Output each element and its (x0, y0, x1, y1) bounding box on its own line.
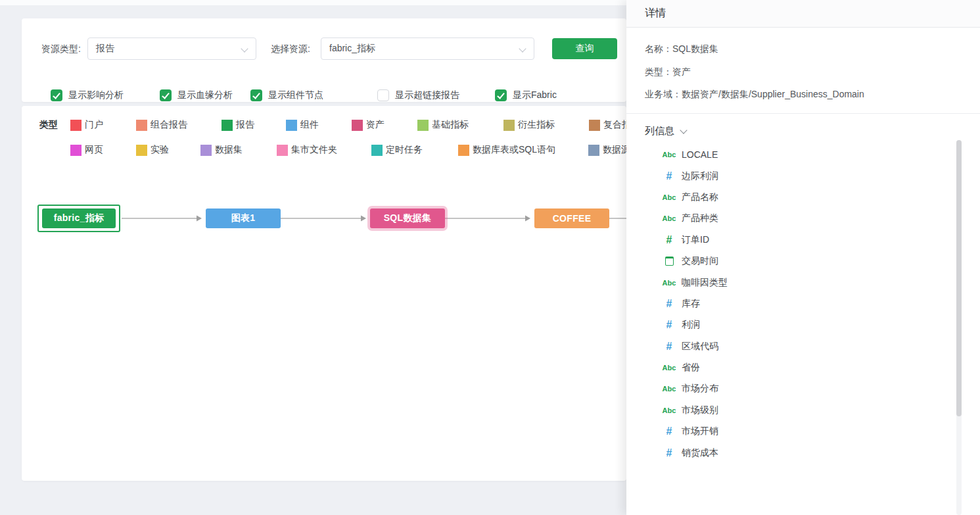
legend-label: 组件 (300, 119, 319, 131)
column-list-item: 交易时间 (659, 251, 948, 272)
legend-color-swatch (589, 120, 600, 131)
chevron-down-icon (680, 126, 687, 134)
legend-label: 报告 (236, 119, 254, 131)
legend-color-swatch (417, 120, 429, 131)
legend-label: 组合报告 (151, 119, 187, 131)
column-list-item: # 库存 (659, 293, 948, 314)
graph-node-fabric-indicator[interactable]: fabric_指标 (42, 208, 116, 228)
resource-type-label: 资源类型: (41, 37, 81, 60)
legend-label: 集市文件夹 (291, 144, 337, 156)
column-name: 交易时间 (682, 255, 718, 267)
column-type-icon: # (659, 426, 679, 437)
domain-label: 业务域： (645, 89, 682, 99)
checkbox-icon (160, 89, 172, 101)
checkbox-icon (250, 89, 262, 101)
graph-node-chart1[interactable]: 图表1 (206, 208, 281, 228)
legend-label: 数据集 (215, 144, 243, 156)
legend-row-1: 门户 组合报告 报告 组件 资产 (22, 119, 626, 131)
detail-domain-row: 业务域：数据资产/数据集/Supplier_Business_Domain (645, 89, 864, 102)
column-list-item: # 边际利润 (659, 165, 948, 186)
column-list-item: # 利润 (659, 314, 948, 335)
checkbox-label: 显示影响分析 (68, 89, 124, 101)
legend-color-swatch (458, 145, 469, 156)
legend-label: 网页 (85, 144, 103, 156)
column-type-icon: # (659, 447, 679, 459)
column-list-item: Abc LOCALE (659, 144, 948, 165)
checkbox-icon (377, 89, 389, 101)
scrollbar-track[interactable] (956, 140, 962, 515)
legend-color-swatch (503, 120, 515, 131)
column-list-item: # 销货成本 (659, 442, 948, 463)
query-button[interactable]: 查询 (552, 38, 617, 59)
legend-color-swatch (371, 145, 383, 156)
legend-item: 组件 (286, 119, 319, 131)
legend-item: 门户 (70, 119, 103, 131)
resource-type-select[interactable]: 报告 (87, 37, 256, 60)
column-list: Abc LOCALE # 边际利润 Abc 产品名称 Abc 产品种类 (659, 144, 948, 464)
column-type-icon: Abc (659, 214, 679, 222)
checkbox-icon (51, 89, 62, 101)
detail-title: 详情 (645, 7, 666, 20)
legend-row-2: 网页 实验 数据集 集市文件夹 (22, 144, 626, 156)
checkbox-label: 显示Fabric (513, 89, 557, 101)
legend-color-swatch (200, 145, 212, 156)
column-list-item: Abc 产品种类 (659, 208, 948, 229)
column-name: 销货成本 (682, 447, 718, 459)
legend-item: 衍生指标 (503, 119, 555, 131)
resource-type-value: 报告 (96, 43, 114, 55)
detail-type-row: 类型：资产 (645, 66, 691, 80)
display-option-checkbox[interactable]: 显示血缘分析 (160, 88, 233, 103)
column-list-item: # 订单ID (659, 230, 948, 251)
legend-item: 基础指标 (417, 119, 469, 131)
column-type-icon: # (659, 170, 679, 182)
graph-node-coffee[interactable]: COFFEE (534, 208, 609, 228)
legend-label: 数据库表或SQL语句 (473, 144, 555, 156)
column-list-item: Abc 省份 (659, 357, 948, 378)
display-option-checkbox[interactable]: 显示影响分析 (51, 88, 124, 103)
column-name: 利润 (682, 319, 700, 331)
legend-label: 基础指标 (432, 119, 469, 131)
column-type-icon: # (659, 319, 679, 331)
display-option-checkbox[interactable]: 显示Fabric (495, 88, 557, 103)
display-option-checkbox[interactable]: 显示组件节点 (250, 88, 323, 103)
lineage-panel: 类型 门户 组合报告 报告 组 (22, 106, 626, 481)
column-name: 咖啡因类型 (682, 277, 728, 289)
column-info-title: 列信息 (645, 125, 674, 137)
domain-value: 数据资产/数据集/Supplier_Business_Domain (682, 89, 864, 99)
legend-label: 资产 (366, 119, 385, 131)
page: 资源类型: 报告 选择资源: fabric_指标 查询 显示影响分析 显示血缘分… (0, 0, 980, 515)
legend-color-swatch (136, 120, 147, 131)
graph-node-sql-dataset[interactable]: SQL数据集 (370, 208, 445, 228)
legend-color-swatch (222, 120, 233, 131)
column-name: 省份 (682, 362, 700, 374)
scrollbar-thumb[interactable] (956, 140, 962, 416)
legend-color-swatch (277, 145, 288, 156)
chevron-down-icon (241, 45, 248, 52)
legend-item: 数据库表或SQL语句 (458, 144, 555, 156)
chevron-down-icon (519, 45, 526, 52)
name-value: SQL数据集 (672, 43, 718, 54)
legend-label: 实验 (151, 144, 169, 156)
column-info-toggle[interactable]: 列信息 (645, 125, 686, 137)
filter-panel: 资源类型: 报告 选择资源: fabric_指标 查询 显示影响分析 显示血缘分… (22, 18, 626, 102)
legend-item: 资产 (352, 119, 385, 131)
legend-item: 报告 (222, 119, 254, 131)
column-name: 产品名称 (682, 191, 718, 203)
checkbox-label: 显示组件节点 (268, 89, 323, 101)
resource-select[interactable]: fabric_指标 (321, 37, 534, 60)
detail-panel: 详情 名称：SQL数据集 类型：资产 业务域：数据资产/数据集/Supplier… (626, 0, 980, 515)
legend-label: 复合指标 (603, 119, 626, 131)
name-label: 名称： (645, 43, 672, 54)
detail-panel-header: 详情 (626, 0, 980, 28)
legend-color-swatch (352, 120, 363, 131)
legend-item: 数据集 (200, 144, 243, 156)
column-type-icon: Abc (659, 406, 679, 414)
legend-color-swatch (70, 120, 82, 131)
legend-label: 定时任务 (386, 144, 423, 156)
resource-select-label: 选择资源: (271, 37, 310, 60)
display-option-checkbox[interactable]: 显示超链接报告 (377, 88, 459, 103)
column-list-item: Abc 市场级别 (659, 400, 948, 421)
column-name: LOCALE (682, 149, 718, 160)
legend-color-swatch (286, 120, 297, 131)
divider (626, 113, 980, 114)
